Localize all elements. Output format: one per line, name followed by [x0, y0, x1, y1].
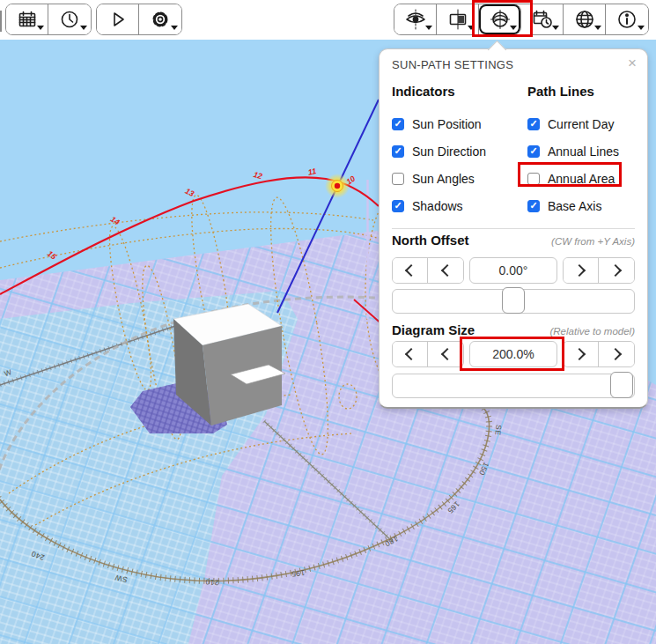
north-offset-slider[interactable]: [392, 289, 635, 314]
checkbox-sun-angles[interactable]: Sun Angles: [392, 165, 524, 192]
eye-icon: [404, 8, 427, 31]
north-offset-decrement-button[interactable]: [428, 258, 463, 283]
compass-label-210: 210: [205, 577, 219, 587]
diagram-size-header: Diagram Size (Relative to model): [392, 322, 635, 337]
path-lines-header: Path Lines: [527, 84, 642, 99]
diagram-size-slider[interactable]: [392, 374, 635, 398]
date-time-settings-button[interactable]: [521, 4, 564, 34]
decrement-pair: [392, 341, 464, 367]
checkbox[interactable]: [392, 200, 404, 212]
increment-pair: [563, 257, 635, 284]
north-offset-increment-large-button[interactable]: [599, 258, 634, 283]
display-contrast-icon: [446, 8, 469, 31]
checkbox-current-day[interactable]: Current Day: [527, 110, 642, 137]
time-button[interactable]: [48, 4, 91, 34]
checkbox[interactable]: [392, 173, 404, 185]
north-offset-decrement-large-button[interactable]: [393, 258, 428, 283]
clipped-button-edge: [0, 11, 2, 32]
globe-icon: [573, 8, 596, 31]
north-offset-increment-button[interactable]: [564, 258, 599, 283]
sun-path-settings-button[interactable]: [479, 4, 521, 34]
sun-path-settings-panel: SUN-PATH SETTINGS × Indicators Sun Posit…: [379, 48, 648, 409]
play-icon: [107, 9, 129, 30]
chevron-left-icon: [405, 348, 417, 360]
indicators-header: Indicators: [392, 84, 524, 99]
checkbox-base-axis[interactable]: Base Axis: [527, 192, 642, 219]
north-offset-slider-thumb[interactable]: [502, 287, 525, 314]
sun-position-marker: [325, 174, 350, 198]
chevron-right-icon: [608, 264, 621, 277]
panel-title: SUN-PATH SETTINGS: [392, 58, 513, 71]
chevron-right-icon: [608, 348, 621, 360]
chevron-right-icon: [573, 348, 586, 360]
chevron-left-icon: [405, 264, 417, 277]
checkbox-annual-area[interactable]: Annual Area: [527, 165, 642, 192]
dropdown-arrow-icon: [594, 26, 601, 30]
dropdown-arrow-icon: [638, 26, 645, 30]
view-settings-button[interactable]: [394, 4, 437, 34]
dropdown-arrow-icon: [171, 26, 178, 30]
checkbox[interactable]: [527, 145, 540, 158]
checkbox[interactable]: [527, 118, 540, 130]
diagram-size-value[interactable]: 200.0%: [469, 341, 557, 367]
toolbar: [0, 0, 656, 40]
diagram-size-hint: (Relative to model): [549, 326, 635, 337]
divider: [392, 228, 635, 229]
calendar-clock-icon: [531, 8, 554, 31]
diagram-size-increment-large-button[interactable]: [599, 342, 634, 366]
diagram-size-decrement-large-button[interactable]: [393, 342, 428, 366]
north-offset-label: North Offset: [392, 233, 469, 248]
checkbox-label: Sun Direction: [412, 144, 486, 159]
checkbox-label: Sun Position: [412, 117, 482, 131]
animation-group: [96, 4, 182, 35]
checkbox-sun-direction[interactable]: Sun Direction: [392, 137, 524, 165]
diagram-size-increment-button[interactable]: [564, 342, 599, 366]
calendar-icon: [17, 9, 38, 30]
sun-path-dome-icon: [489, 8, 512, 31]
north-offset-value[interactable]: 0.00°: [469, 257, 557, 284]
checkbox-label: Annual Lines: [548, 144, 619, 159]
checkbox[interactable]: [527, 173, 540, 185]
dropdown-arrow-icon: [510, 26, 517, 30]
animation-settings-button[interactable]: [139, 4, 181, 34]
location-settings-button[interactable]: [564, 4, 606, 34]
info-icon: [615, 8, 638, 31]
dropdown-arrow-icon: [468, 26, 475, 30]
chevron-right-icon: [573, 264, 586, 277]
diagram-size-stepper: 200.0%: [392, 341, 635, 367]
dropdown-arrow-icon: [80, 26, 87, 30]
diagram-size-decrement-button[interactable]: [428, 342, 463, 366]
display-settings-button[interactable]: [437, 4, 479, 34]
checkbox[interactable]: [527, 200, 540, 212]
checkbox-label: Current Day: [548, 117, 614, 131]
play-animation-button[interactable]: [97, 4, 139, 34]
checkbox-label: Annual Area: [548, 172, 615, 186]
diagram-size-slider-thumb[interactable]: [610, 372, 633, 398]
chevron-left-icon: [440, 348, 453, 360]
north-offset-header: North Offset (CW from +Y Axis): [392, 233, 635, 248]
close-icon[interactable]: ×: [628, 56, 637, 70]
date-time-group: [5, 4, 92, 35]
checkbox[interactable]: [392, 145, 404, 158]
checkbox-shadows[interactable]: Shadows: [392, 192, 524, 219]
north-offset-hint: (CW from +Y Axis): [551, 236, 635, 247]
checkbox-label: Sun Angles: [412, 172, 475, 186]
dropdown-arrow-icon: [552, 26, 559, 30]
north-offset-stepper: 0.00°: [392, 257, 635, 284]
checkbox-annual-lines[interactable]: Annual Lines: [527, 137, 642, 165]
chevron-left-icon: [440, 264, 453, 277]
decrement-pair: [392, 257, 464, 284]
date-button[interactable]: [6, 4, 48, 34]
checkbox-sun-position[interactable]: Sun Position: [392, 110, 524, 137]
checkbox-label: Base Axis: [548, 199, 601, 213]
increment-pair: [563, 341, 635, 367]
compass-label-se: SE: [493, 425, 503, 436]
dropdown-arrow-icon: [37, 26, 44, 30]
gear-icon: [150, 9, 171, 30]
path-lines-column: Path Lines Current Day Annual Lines Annu…: [527, 84, 642, 219]
info-button[interactable]: [606, 4, 648, 34]
dropdown-arrow-icon: [425, 26, 432, 30]
clock-icon: [59, 9, 80, 30]
indicators-column: Indicators Sun Position Sun Direction Su…: [392, 84, 524, 219]
checkbox[interactable]: [392, 118, 404, 130]
